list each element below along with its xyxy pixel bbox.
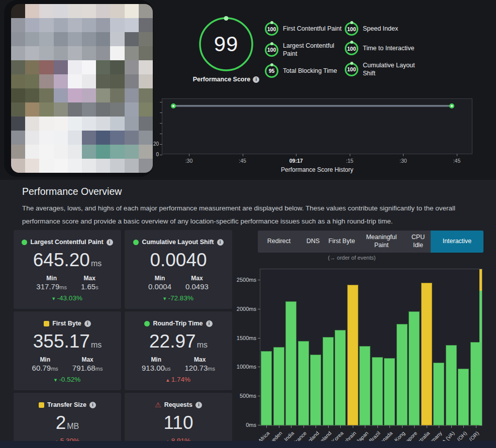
bar-japan[interactable]	[359, 346, 370, 425]
bar-brazil[interactable]	[372, 357, 383, 425]
bar-s-africa[interactable]	[261, 351, 272, 425]
green-dot-indicator-icon	[144, 321, 150, 326]
bar-chart-y-tick-label: 2500ms	[226, 277, 256, 283]
bar-germany[interactable]	[433, 363, 444, 425]
bar-canada[interactable]	[384, 358, 395, 425]
metric-unit: ms	[91, 259, 102, 268]
mosaic-cell	[39, 32, 53, 46]
tab-interactive[interactable]: Interactive	[431, 231, 483, 253]
bar-chart-x-tick	[476, 425, 476, 428]
mosaic-cell	[11, 32, 25, 46]
mosaic-cell	[11, 159, 25, 173]
bar-chart-x-tick	[316, 425, 316, 428]
yellow-square-indicator-icon	[39, 402, 44, 408]
mosaic-cell	[82, 159, 96, 173]
bar-chart-x-tick	[291, 425, 291, 428]
info-icon[interactable]: i	[84, 320, 91, 327]
bar-chart-x-tick	[365, 425, 365, 428]
bar-chart-y-tick	[258, 396, 260, 396]
mosaic-cell	[125, 4, 139, 18]
bar-australia[interactable]	[421, 283, 432, 425]
mosaic-cell	[68, 88, 82, 102]
mosaic-cell	[39, 145, 53, 159]
metric-card-title: Cumulative Layout Shifti	[125, 239, 232, 246]
history-x-tick-label: :30	[400, 158, 407, 164]
info-icon[interactable]: i	[107, 239, 113, 246]
warning-triangle-icon: ⚠	[155, 401, 161, 408]
metric-max: Max791.68ms	[72, 356, 103, 372]
history-x-tick-label: 09:17	[289, 158, 303, 164]
metric-max-unit: ms	[208, 366, 215, 372]
bar-ireland[interactable]	[323, 337, 334, 425]
bar-chart-x-tick	[304, 425, 304, 428]
info-icon[interactable]: i	[195, 402, 202, 408]
tab-first-byte[interactable]: First Byte	[326, 231, 357, 253]
mosaic-cell	[139, 131, 153, 145]
tab-redirect[interactable]: Redirect	[258, 231, 300, 253]
performance-overview-section: Performance Overview The averages, lows,…	[0, 180, 496, 441]
metric-max-value: 791.68ms	[72, 364, 103, 372]
history-x-tick	[243, 154, 243, 156]
mosaic-cell	[96, 74, 110, 88]
mosaic-cell	[54, 60, 68, 74]
bar-england[interactable]	[310, 355, 321, 425]
mosaic-cell	[125, 60, 139, 74]
bar-chart-x-label: S Africa	[254, 430, 271, 441]
metric-change-text: 1.74%	[171, 376, 190, 383]
mosaic-cell	[82, 46, 96, 60]
bar-chart-y-tick	[258, 425, 260, 425]
bar-india[interactable]	[285, 301, 296, 425]
mosaic-cell	[54, 131, 68, 145]
tab-dns[interactable]: DNS	[300, 231, 326, 253]
bar-bahrain[interactable]	[347, 285, 358, 425]
mosaic-cell	[139, 102, 153, 117]
mosaic-cell	[96, 131, 110, 145]
bottom-divider-strip	[0, 441, 496, 448]
green-dot-indicator-icon	[22, 240, 27, 245]
metric-change-text: 5.30%	[60, 437, 79, 441]
mosaic-cell	[139, 4, 153, 18]
metric-max-unit: ms	[95, 366, 103, 372]
mosaic-cell	[25, 159, 39, 173]
metric-change-text: -43.03%	[57, 294, 82, 302]
bar-s-korea[interactable]	[335, 330, 346, 425]
badge-column-2: 100Speed Index100Time to Interactive100C…	[345, 22, 428, 84]
mosaic-cell	[11, 4, 25, 18]
info-icon[interactable]: i	[253, 76, 259, 83]
mosaic-cell	[54, 102, 68, 117]
mosaic-cell	[110, 18, 124, 32]
history-point-start[interactable]	[171, 103, 176, 108]
bar-chart-x-tick	[414, 425, 415, 428]
section-heading: Performance Overview	[22, 186, 122, 197]
metric-min: Min60.79ms	[32, 356, 58, 372]
bar-chart-x-tick	[463, 425, 464, 428]
info-icon[interactable]: i	[206, 320, 213, 327]
metric-max-label: Max	[185, 275, 209, 282]
mosaic-cell	[25, 46, 39, 60]
metric-title-text: Cumulative Layout Shift	[142, 239, 214, 246]
metric-card-title: Round-Trip Timei	[125, 320, 232, 327]
history-y-tick	[160, 144, 162, 145]
mosaic-cell	[11, 117, 25, 131]
info-icon[interactable]: i	[217, 239, 224, 246]
history-point-end[interactable]	[449, 103, 454, 108]
metric-value: 110	[125, 413, 232, 433]
bar-hong-kong[interactable]	[396, 324, 408, 425]
bar-usa-va-[interactable]	[446, 345, 457, 425]
metric-min: Min913.00us	[142, 356, 171, 372]
bar-usa-oh-[interactable]	[458, 369, 469, 425]
mosaic-cell	[139, 32, 153, 46]
tab-cpu-idle[interactable]: CPU Idle	[406, 231, 431, 253]
metric-card: Transfer Sizei2MB▴5.30%	[14, 393, 121, 441]
tab-meaningful-paint[interactable]: Meaningful Paint	[357, 231, 406, 253]
bar-chart-x-label: France	[292, 430, 308, 441]
bar-sweden[interactable]	[273, 347, 284, 425]
badge-column-1: 100First Contentful Paint100Largest Cont…	[265, 22, 348, 84]
mosaic-cell	[25, 74, 39, 88]
bar-france[interactable]	[298, 341, 309, 425]
metric-min-unit: ms	[59, 284, 67, 290]
info-icon[interactable]: i	[89, 402, 96, 408]
mosaic-cell	[125, 131, 139, 145]
bar-singapore[interactable]	[409, 311, 420, 425]
mosaic-cell	[39, 60, 53, 74]
